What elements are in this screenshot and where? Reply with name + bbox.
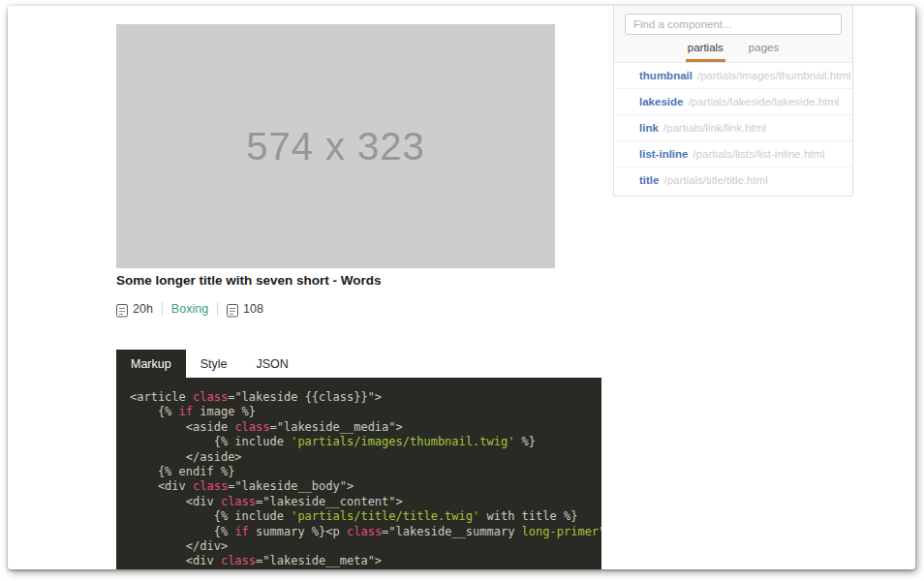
- code-line: <div class="lakeside__meta">: [130, 554, 601, 568]
- sidebar-header: partials pages: [614, 6, 852, 63]
- component-path: /partials/lakeside/lakeside.html: [688, 96, 839, 107]
- code-line: <div class="lakeside__content">: [130, 495, 601, 509]
- component-list-item[interactable]: lakeside/partials/lakeside/lakeside.html: [614, 88, 852, 114]
- counter-icon: [227, 303, 238, 318]
- code-line: </div>: [130, 539, 601, 554]
- component-list: thumbnail/partials/images/thumbnail.html…: [614, 63, 852, 193]
- component-name-link[interactable]: list-inline: [639, 148, 688, 160]
- code-line: {% if summary %}<p class="lakeside__summ…: [130, 525, 601, 539]
- component-name-link[interactable]: title: [639, 174, 659, 186]
- sidebar-tabs: partials pages: [625, 42, 842, 62]
- code-line: {% if image %}: [130, 405, 601, 419]
- page: 574 x 323 Some longer title with seven s…: [8, 6, 915, 569]
- tab-style[interactable]: Style: [186, 350, 242, 379]
- tab-pages[interactable]: pages: [747, 42, 781, 62]
- component-path: /partials/link/link.html: [663, 122, 766, 134]
- search-input[interactable]: [625, 14, 842, 35]
- code-line: <div class="lakeside__body">: [130, 479, 601, 494]
- code-line: <article class="lakeside {{class}}">: [130, 390, 601, 405]
- code-block[interactable]: <article class="lakeside {{class}}"> {% …: [116, 378, 601, 569]
- code-tabs: Markup Style JSON: [116, 350, 303, 379]
- code-line: {% include 'partials/title/title.twig' w…: [130, 509, 601, 524]
- meta-divider: [217, 302, 218, 316]
- meta-count: 108: [243, 302, 263, 316]
- placeholder-dimensions-label: 574 x 323: [246, 125, 425, 168]
- component-path: /partials/images/thumbnail.html: [697, 70, 851, 81]
- code-line: <aside class="lakeside__media">: [130, 420, 601, 435]
- tab-markup[interactable]: Markup: [116, 350, 186, 379]
- component-list-item[interactable]: list-inline/partials/lists/list-inline.h…: [614, 140, 852, 167]
- tab-json[interactable]: JSON: [241, 350, 302, 379]
- code-line: {% endif %}: [130, 465, 601, 479]
- preview-title: Some longer title with seven short - Wor…: [116, 273, 571, 288]
- component-name-link[interactable]: lakeside: [639, 96, 683, 107]
- placeholder-image: 574 x 323: [116, 24, 555, 268]
- component-name-link[interactable]: thumbnail: [639, 70, 693, 81]
- clock-icon: [116, 303, 128, 318]
- code-line: {% include 'partials/images/thumbnail.tw…: [130, 435, 601, 449]
- component-path: /partials/lists/list-inline.html: [693, 148, 824, 160]
- preview-meta: 20h Boxing 108: [116, 300, 263, 318]
- meta-duration: 20h: [133, 302, 153, 316]
- component-path: /partials/title/title.html: [663, 174, 767, 186]
- code-line: </aside>: [130, 450, 601, 465]
- component-list-item[interactable]: thumbnail/partials/images/thumbnail.html: [614, 63, 852, 88]
- meta-divider: [162, 302, 163, 316]
- tab-partials[interactable]: partials: [686, 42, 725, 62]
- component-sidebar: partials pages thumbnail/partials/images…: [613, 6, 853, 197]
- meta-category-link[interactable]: Boxing: [171, 302, 208, 316]
- component-list-item[interactable]: title/partials/title/title.html: [614, 167, 852, 193]
- component-name-link[interactable]: link: [639, 122, 659, 134]
- component-list-item[interactable]: link/partials/link/link.html: [614, 114, 852, 140]
